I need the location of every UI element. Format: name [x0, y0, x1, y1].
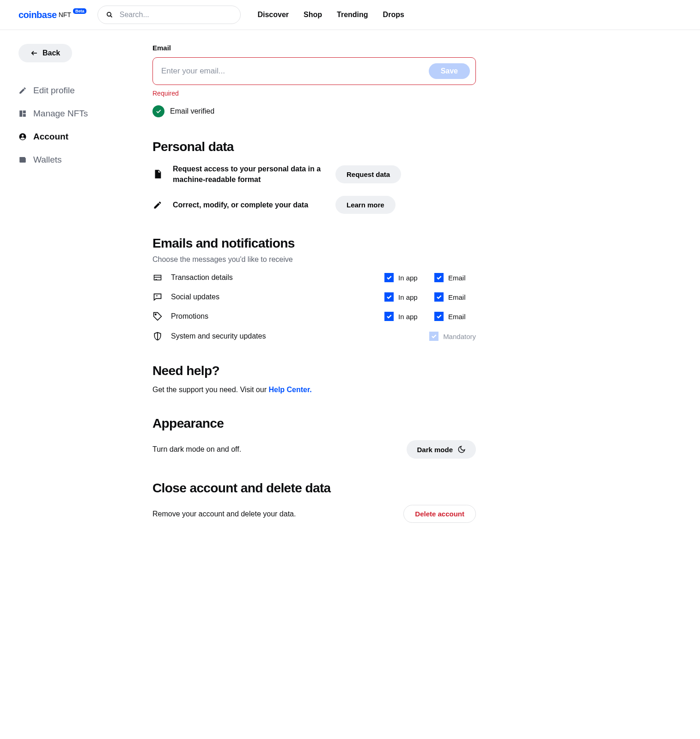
notif-row-system: System and security updates Mandatory	[152, 331, 476, 341]
notif-label: System and security updates	[171, 332, 421, 340]
request-data-button[interactable]: Request data	[335, 165, 401, 183]
beta-badge: Beta	[73, 8, 87, 14]
svg-point-7	[22, 135, 24, 137]
close-account-heading: Close account and delete data	[152, 481, 476, 496]
save-button[interactable]: Save	[429, 63, 470, 79]
sidebar-item-manage-nfts[interactable]: Manage NFTs	[18, 102, 134, 125]
inapp-checkbox[interactable]: In app	[384, 312, 426, 321]
correct-data-text: Correct, modify, or complete your data	[173, 200, 325, 210]
mandatory-checkbox: Mandatory	[429, 332, 476, 341]
wallet-icon	[18, 156, 27, 164]
svg-rect-5	[23, 114, 26, 117]
account-icon	[18, 133, 27, 141]
sidebar-item-account[interactable]: Account	[18, 125, 134, 148]
inapp-checkbox[interactable]: In app	[384, 273, 426, 282]
logo[interactable]: coinbase NFT Beta	[18, 10, 86, 20]
search-icon	[106, 11, 113, 18]
notif-label: Transaction details	[171, 273, 376, 282]
transaction-icon	[152, 273, 163, 282]
notif-row-social: Social updates In app Email	[152, 292, 476, 302]
notifications-subtext: Choose the messages you'd like to receiv…	[152, 255, 476, 264]
help-text: Get the support you need. Visit our Help…	[152, 386, 476, 394]
svg-rect-8	[19, 158, 26, 163]
email-verified-row: Email verified	[152, 105, 476, 117]
request-data-text: Request access to your personal data in …	[173, 164, 325, 185]
notif-row-transaction: Transaction details In app Email	[152, 273, 476, 282]
sidebar: Back Edit profile Manage NFTs Account Wa…	[18, 44, 134, 523]
appearance-heading: Appearance	[152, 416, 476, 431]
sidebar-item-label: Edit profile	[33, 85, 75, 96]
notif-label: Promotions	[171, 312, 376, 321]
help-heading: Need help?	[152, 363, 476, 378]
back-label: Back	[43, 49, 60, 57]
nav-trending[interactable]: Trending	[337, 11, 368, 19]
svg-line-1	[110, 16, 112, 18]
header: coinbase NFT Beta Discover Shop Trending…	[0, 0, 700, 30]
request-data-row: Request access to your personal data in …	[152, 164, 476, 185]
grid-icon	[18, 109, 27, 118]
svg-rect-9	[19, 157, 25, 158]
main-content: Email Save Required Email verified Perso…	[152, 44, 476, 523]
notif-row-promotions: Promotions In app Email	[152, 312, 476, 321]
logo-main-text: coinbase	[18, 10, 57, 20]
personal-data-heading: Personal data	[152, 139, 476, 154]
notifications-heading: Emails and notifications	[152, 236, 476, 251]
close-account-text: Remove your account and delete your data…	[152, 510, 296, 518]
shield-icon	[152, 331, 163, 341]
tag-icon	[152, 312, 163, 321]
check-circle-icon	[152, 105, 164, 117]
logo-sub-text: NFT	[59, 11, 71, 18]
nav-drops[interactable]: Drops	[383, 11, 404, 19]
close-account-row: Remove your account and delete your data…	[152, 505, 476, 523]
dark-mode-button[interactable]: Dark mode	[407, 440, 476, 459]
sidebar-item-wallets[interactable]: Wallets	[18, 148, 134, 171]
delete-account-button[interactable]: Delete account	[403, 505, 476, 523]
pencil-icon	[18, 86, 27, 95]
search-input[interactable]	[120, 11, 232, 19]
sidebar-item-label: Account	[33, 132, 68, 142]
notif-label: Social updates	[171, 293, 376, 301]
sidebar-item-label: Manage NFTs	[33, 109, 88, 119]
nav-shop[interactable]: Shop	[304, 11, 322, 19]
inapp-checkbox[interactable]: In app	[384, 292, 426, 302]
email-input[interactable]	[161, 67, 424, 76]
edit-icon	[152, 200, 163, 210]
svg-point-14	[155, 314, 157, 315]
file-icon	[152, 168, 163, 180]
appearance-text: Turn dark mode on and off.	[152, 445, 241, 454]
appearance-row: Turn dark mode on and off. Dark mode	[152, 440, 476, 459]
svg-point-0	[107, 12, 111, 16]
arrow-left-icon	[30, 50, 38, 56]
learn-more-button[interactable]: Learn more	[335, 196, 396, 214]
email-checkbox[interactable]: Email	[434, 292, 476, 302]
svg-rect-3	[19, 110, 22, 117]
moon-icon	[457, 445, 466, 454]
email-error: Required	[152, 90, 476, 97]
nav-discover[interactable]: Discover	[257, 11, 289, 19]
search-box[interactable]	[97, 6, 241, 24]
nav-links: Discover Shop Trending Drops	[257, 11, 404, 19]
sidebar-item-edit-profile[interactable]: Edit profile	[18, 79, 134, 102]
email-input-box: Save	[152, 57, 476, 85]
svg-rect-4	[23, 110, 26, 113]
help-center-link[interactable]: Help Center.	[268, 386, 311, 394]
back-button[interactable]: Back	[18, 44, 72, 62]
email-checkbox[interactable]: Email	[434, 312, 476, 321]
chat-icon	[152, 292, 163, 302]
email-label: Email	[152, 44, 476, 52]
sidebar-item-label: Wallets	[33, 155, 62, 165]
correct-data-row: Correct, modify, or complete your data L…	[152, 196, 476, 214]
email-checkbox[interactable]: Email	[434, 273, 476, 282]
email-verified-text: Email verified	[170, 107, 214, 115]
